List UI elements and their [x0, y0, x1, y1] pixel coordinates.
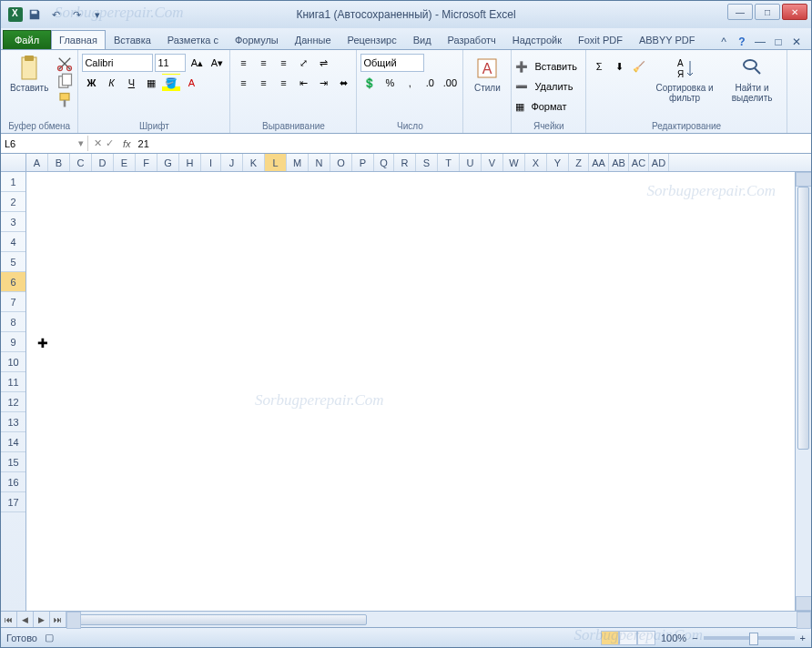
col-header-AB[interactable]: AB [609, 154, 629, 171]
col-header-A[interactable]: A [26, 154, 48, 171]
col-header-AA[interactable]: AA [589, 154, 609, 171]
currency-icon[interactable]: 💲 [360, 74, 379, 92]
row-header-12[interactable]: 12 [1, 392, 25, 412]
tab-Надстройк[interactable]: Надстройк [504, 30, 570, 49]
tab-Вставка[interactable]: Вставка [106, 30, 159, 49]
vertical-scrollbar[interactable] [795, 172, 811, 611]
copy-button[interactable] [56, 74, 74, 90]
tab-Формулы[interactable]: Формулы [227, 30, 287, 49]
align-top-icon[interactable]: ≡ [234, 54, 252, 72]
sheet-nav-prev[interactable]: ◀ [17, 612, 34, 627]
format-painter-button[interactable] [56, 92, 74, 108]
clear-icon[interactable]: 🧹 [630, 57, 648, 76]
col-header-AD[interactable]: AD [649, 154, 669, 171]
col-header-O[interactable]: O [330, 154, 352, 171]
macro-record-icon[interactable]: ▢ [45, 632, 54, 643]
col-header-P[interactable]: P [352, 154, 374, 171]
row-header-14[interactable]: 14 [1, 432, 25, 452]
enter-formula-icon[interactable]: ✓ [106, 137, 114, 149]
increase-decimal-icon[interactable]: .0 [421, 74, 439, 92]
zoom-in-button[interactable]: + [800, 633, 806, 643]
row-header-2[interactable]: 2 [1, 192, 25, 212]
decrease-indent-icon[interactable]: ⇤ [294, 74, 312, 92]
vscroll-thumb[interactable] [797, 187, 809, 450]
col-header-J[interactable]: J [221, 154, 243, 171]
tab-Данные[interactable]: Данные [287, 30, 340, 49]
select-all-corner[interactable] [1, 154, 26, 171]
align-middle-icon[interactable]: ≡ [254, 54, 272, 72]
tab-Foxit PDF[interactable]: Foxit PDF [570, 30, 631, 49]
increase-font-icon[interactable]: A▴ [188, 54, 206, 72]
tab-Разработч[interactable]: Разработч [440, 30, 504, 49]
row-header-15[interactable]: 15 [1, 452, 25, 472]
col-header-N[interactable]: N [309, 154, 330, 171]
cells-insert-button[interactable]: Вставить [530, 57, 582, 76]
view-normal-button[interactable] [601, 631, 619, 645]
italic-button[interactable]: К [102, 74, 120, 92]
qat-dropdown-icon[interactable]: ▾ [88, 5, 107, 24]
wrap-text-button[interactable]: ⇌ [314, 54, 332, 72]
horizontal-scrollbar[interactable] [66, 612, 811, 627]
cells-area[interactable]: ✚ [26, 172, 811, 611]
col-header-U[interactable]: U [460, 154, 482, 171]
sheet-nav-next[interactable]: ▶ [34, 612, 50, 627]
col-header-B[interactable]: B [48, 154, 70, 171]
redo-button[interactable]: ↷ [67, 5, 86, 24]
hscroll-thumb[interactable] [79, 614, 367, 625]
file-tab[interactable]: Файл [3, 30, 51, 49]
col-header-Q[interactable]: Q [374, 154, 394, 171]
row-header-17[interactable]: 17 [1, 492, 25, 512]
col-header-K[interactable]: K [243, 154, 265, 171]
cells-delete-button[interactable]: Удалить [530, 77, 577, 96]
view-page-break-button[interactable] [637, 631, 655, 645]
tab-ABBYY PDF[interactable]: ABBYY PDF [631, 30, 704, 49]
sheet-nav-last[interactable]: ⏭ [50, 612, 66, 627]
col-header-T[interactable]: T [438, 154, 460, 171]
increase-indent-icon[interactable]: ⇥ [314, 74, 332, 92]
border-button[interactable]: ▦ [142, 74, 160, 92]
tab-Рецензирс[interactable]: Рецензирс [340, 30, 405, 49]
decrease-font-icon[interactable]: A▾ [208, 54, 226, 72]
cell-reference-input[interactable] [5, 138, 59, 149]
view-page-layout-button[interactable] [619, 631, 637, 645]
fx-icon[interactable]: fx [119, 138, 135, 149]
underline-button[interactable]: Ч [122, 74, 140, 92]
tab-Вид[interactable]: Вид [405, 30, 440, 49]
row-header-16[interactable]: 16 [1, 472, 25, 492]
styles-button[interactable]: A Стили [467, 52, 507, 95]
col-header-AC[interactable]: AC [629, 154, 649, 171]
minimize-button[interactable]: — [727, 4, 753, 20]
find-select-button[interactable]: Найти и выделить [721, 52, 783, 105]
autosum-icon[interactable]: Σ [590, 57, 608, 76]
col-header-X[interactable]: X [525, 154, 547, 171]
decrease-decimal-icon[interactable]: .00 [441, 74, 459, 92]
row-header-10[interactable]: 10 [1, 352, 25, 372]
comma-icon[interactable]: , [401, 74, 419, 92]
col-header-Y[interactable]: Y [547, 154, 569, 171]
col-header-C[interactable]: C [70, 154, 92, 171]
zoom-out-button[interactable]: − [692, 633, 697, 643]
col-header-Z[interactable]: Z [569, 154, 589, 171]
merge-button[interactable]: ⬌ [334, 74, 352, 92]
col-header-V[interactable]: V [482, 154, 503, 171]
col-header-L[interactable]: L [265, 154, 287, 171]
tab-Разметка с[interactable]: Разметка с [159, 30, 227, 49]
col-header-S[interactable]: S [416, 154, 438, 171]
col-header-F[interactable]: F [136, 154, 157, 171]
col-header-G[interactable]: G [157, 154, 179, 171]
undo-button[interactable]: ↶ [46, 5, 65, 24]
save-button[interactable] [25, 5, 44, 24]
percent-icon[interactable]: % [381, 74, 399, 92]
cut-button[interactable] [56, 56, 74, 72]
row-header-8[interactable]: 8 [1, 312, 25, 332]
fill-icon[interactable]: ⬇ [610, 57, 628, 76]
name-box[interactable]: ▾ [1, 136, 88, 151]
mdi-close-icon[interactable]: ✕ [789, 35, 804, 49]
close-button[interactable]: ✕ [782, 4, 807, 20]
align-bottom-icon[interactable]: ≡ [274, 54, 292, 72]
align-left-icon[interactable]: ≡ [234, 74, 252, 92]
row-header-9[interactable]: 9 [1, 332, 25, 352]
fill-color-button[interactable]: 🪣 [162, 74, 180, 92]
row-header-13[interactable]: 13 [1, 412, 25, 432]
font-size-select[interactable] [155, 54, 186, 72]
